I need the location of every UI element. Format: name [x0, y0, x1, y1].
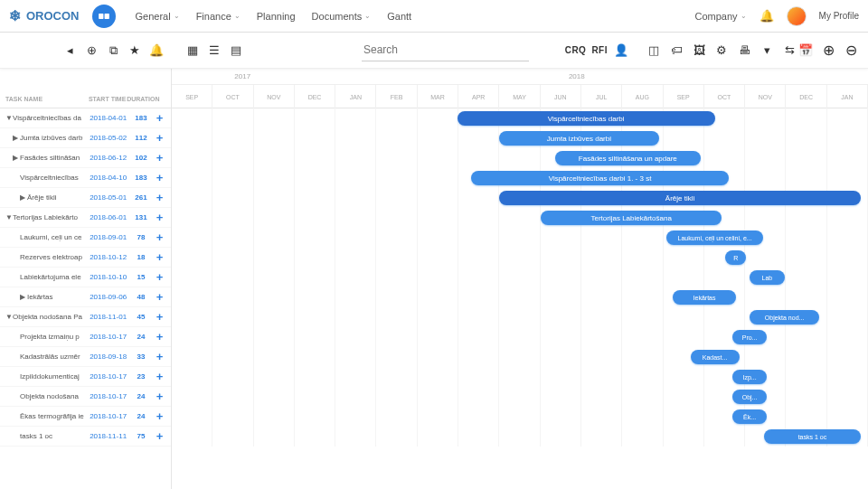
grid-view-icon[interactable]: ▦: [184, 42, 201, 59]
add-subtask-button[interactable]: +: [154, 270, 165, 284]
gantt-bar[interactable]: tasks 1 oc: [764, 429, 862, 444]
list-view-icon[interactable]: ☰: [206, 42, 222, 59]
task-row[interactable]: Rezerves elektroap2018-10-1218+: [0, 248, 171, 268]
task-duration-cell: 48: [128, 293, 154, 301]
add-subtask-button[interactable]: +: [154, 330, 165, 343]
expand-caret-icon[interactable]: ▼: [5, 313, 13, 321]
person-icon[interactable]: 👤: [613, 42, 629, 59]
expand-caret-icon[interactable]: ▶: [13, 134, 20, 142]
gantt-bar[interactable]: Fasādes siltināšana un apdare: [555, 151, 702, 165]
tag-icon[interactable]: 🏷: [668, 42, 684, 59]
star-icon[interactable]: ★: [127, 42, 143, 59]
nav-item-gantt[interactable]: Gantt: [387, 11, 411, 22]
task-row[interactable]: Vispārceltniecības2018-04-10183+: [0, 168, 171, 188]
task-name-cell: Ēkas termogrāfija ie: [5, 412, 90, 420]
gantt-bar[interactable]: Vispārceltniecības darbi: [458, 111, 715, 126]
expand-caret-icon[interactable]: ▶: [20, 193, 27, 202]
gear-icon[interactable]: ⚙: [713, 42, 730, 59]
task-row[interactable]: ▶Fasādes siltināšan2018-06-12102+: [0, 148, 171, 168]
crq-button[interactable]: CRQ: [565, 45, 587, 55]
bell-tool-icon[interactable]: 🔔: [148, 42, 165, 59]
calendar-view-icon[interactable]: ▤: [228, 42, 244, 59]
gantt-bar[interactable]: Obj...: [732, 390, 768, 404]
zoom-out-icon[interactable]: ⊖: [843, 42, 859, 59]
gantt-bar[interactable]: Pro...: [732, 330, 768, 344]
gantt-bar[interactable]: Iekārtas: [673, 290, 735, 305]
add-subtask-button[interactable]: +: [154, 429, 165, 443]
gantt-bar[interactable]: Ēk...: [732, 409, 768, 424]
gantt-bar[interactable]: Kadast...: [691, 350, 740, 364]
add-subtask-button[interactable]: +: [154, 171, 165, 184]
gantt-bar[interactable]: Izp...: [732, 370, 768, 384]
add-circle-icon[interactable]: ⊕: [83, 42, 99, 59]
company-dropdown[interactable]: Company ⌄: [694, 11, 746, 22]
add-subtask-button[interactable]: +: [154, 191, 165, 204]
month-cell: NOV: [745, 85, 786, 108]
gantt-bar[interactable]: Jumta izbūves darbi: [499, 131, 659, 146]
gantt-chart-body[interactable]: Vispārceltniecības darbiJumta izbūves da…: [172, 108, 868, 447]
back-icon[interactable]: ◂: [61, 42, 78, 59]
add-subtask-button[interactable]: +: [154, 370, 165, 383]
avatar[interactable]: [787, 6, 807, 26]
add-subtask-button[interactable]: +: [154, 350, 165, 363]
gantt-bar[interactable]: Lab: [750, 270, 785, 285]
svg-rect-0: [99, 14, 103, 19]
add-subtask-button[interactable]: +: [154, 250, 165, 264]
share-icon[interactable]: ⇆: [781, 42, 797, 59]
gantt-bar[interactable]: Tertorijas Labiekārtošana: [541, 211, 722, 225]
expand-caret-icon[interactable]: ▼: [5, 213, 13, 221]
task-row[interactable]: ▼Objekta nodošana Pa2018-11-0145+: [0, 307, 171, 327]
add-subtask-button[interactable]: +: [154, 111, 165, 125]
image-icon[interactable]: 🖼: [691, 42, 707, 59]
task-row[interactable]: Izpilddokumenticaj2018-10-1723+: [0, 367, 171, 387]
task-row[interactable]: Labiekārtojuma ele2018-10-1015+: [0, 268, 171, 287]
nav-item-planning[interactable]: Planning: [257, 11, 296, 22]
task-row[interactable]: ▶Iekārtas2018-09-0648+: [0, 287, 171, 307]
add-subtask-button[interactable]: +: [154, 151, 165, 165]
calendar-icon[interactable]: 📅: [797, 42, 814, 59]
nav-item-general[interactable]: General⌄: [136, 11, 180, 22]
copy-icon[interactable]: ⧉: [105, 42, 121, 59]
add-subtask-button[interactable]: +: [154, 211, 165, 224]
task-row[interactable]: ▶Ārēje tikli2018-05-01261+: [0, 188, 171, 208]
columns-icon[interactable]: ◫: [646, 42, 662, 59]
rfi-button[interactable]: RFI: [591, 45, 608, 55]
toolbar-media-group: ◫ 🏷 🖼 ⚙ 🖶 ▾ ⇆: [646, 42, 797, 59]
add-subtask-button[interactable]: +: [154, 390, 165, 403]
expand-caret-icon[interactable]: ▶: [20, 293, 27, 301]
gantt-bar[interactable]: R: [725, 250, 746, 265]
brand-logo[interactable]: ❄ OROCON: [9, 5, 116, 28]
nav-item-documents[interactable]: Documents⌄: [312, 11, 372, 22]
print-icon[interactable]: 🖶: [736, 42, 752, 59]
task-row[interactable]: ▼Tertorijas Labiekārto2018-06-01131+: [0, 208, 171, 228]
expand-caret-icon[interactable]: ▼: [5, 114, 13, 122]
task-row[interactable]: Kadastrālās uzmēr2018-09-1833+: [0, 347, 171, 367]
add-subtask-button[interactable]: +: [154, 310, 165, 324]
task-row[interactable]: ▼Vispārceltniecības da2018-04-01183+: [0, 108, 171, 128]
dropdown-icon[interactable]: ▾: [759, 42, 775, 59]
task-row[interactable]: Laukumi, ceļi un ce2018-09-0178+: [0, 228, 171, 248]
gantt-bar-row: Pro...: [172, 327, 868, 347]
add-subtask-button[interactable]: +: [154, 230, 165, 244]
task-start-cell: 2018-10-10: [90, 273, 128, 281]
top-header: ❄ OROCON General⌄Finance⌄PlanningDocumen…: [0, 0, 868, 33]
notifications-bell-icon[interactable]: 🔔: [760, 9, 774, 23]
add-subtask-button[interactable]: +: [154, 409, 165, 423]
profile-link[interactable]: My Profile: [819, 11, 859, 21]
zoom-in-icon[interactable]: ⊕: [820, 42, 836, 59]
gantt-bar[interactable]: Objekta nod...: [750, 310, 819, 324]
gantt-bar[interactable]: Ārēje tikli: [499, 191, 861, 205]
month-cell: APR: [458, 85, 499, 108]
gantt-bar[interactable]: Vispārceltniecības darbi 1. - 3 st: [471, 171, 729, 185]
nav-item-finance[interactable]: Finance⌄: [196, 11, 241, 22]
search-input[interactable]: [362, 39, 529, 61]
expand-caret-icon[interactable]: ▶: [13, 154, 20, 162]
task-row[interactable]: Ēkas termogrāfija ie2018-10-1724+: [0, 407, 171, 427]
add-subtask-button[interactable]: +: [154, 290, 165, 304]
task-row[interactable]: Objekta nodošana2018-10-1724+: [0, 387, 171, 407]
gantt-bar[interactable]: Laukumi, ceļi un celini, e...: [666, 230, 764, 245]
task-row[interactable]: Projekta izmaiņu p2018-10-1724+: [0, 327, 171, 347]
add-subtask-button[interactable]: +: [154, 131, 165, 145]
task-row[interactable]: tasks 1 oc2018-11-1175+: [0, 427, 171, 447]
task-row[interactable]: ▶Jumta izbūves darb2018-05-02112+: [0, 128, 171, 148]
